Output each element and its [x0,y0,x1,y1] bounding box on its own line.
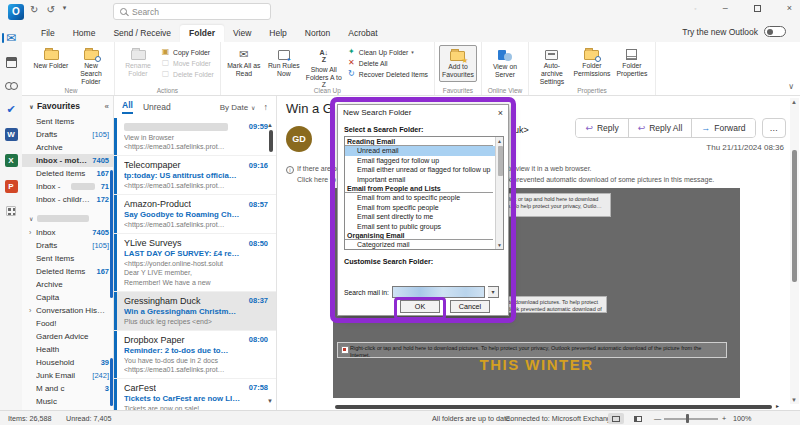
zoom-slider-track[interactable] [664,418,718,420]
folder-item[interactable]: Archive [22,278,113,291]
scroll-down-icon[interactable]: ▼ [267,398,273,404]
nav-people[interactable] [0,81,22,91]
window-extra-icon[interactable]: ◦ [694,5,696,12]
delete-all-button[interactable]: ✕ Delete All [347,59,428,67]
ribbon-tab[interactable]: Help [260,25,295,42]
folder-item[interactable]: Capita [22,291,113,304]
account-header[interactable]: ∨ [22,206,113,226]
ok-button[interactable]: OK [400,300,440,313]
folder-item[interactable]: Sent Items [22,252,113,265]
folder-item[interactable]: Archive [22,141,113,154]
ribbon-tab[interactable]: Send / Receive [104,25,180,42]
search-folder-option[interactable]: Unread email [345,146,503,155]
folder-item[interactable]: M and c 3 [22,382,113,395]
message-list-scrollbar[interactable] [269,130,273,152]
view-on-server-button[interactable]: View on Server [486,45,524,81]
ribbon-tab[interactable]: View [224,25,260,42]
search-folder-option[interactable]: Reading Email [345,137,493,146]
horizontal-scrollbar[interactable] [335,405,772,409]
email-list-item[interactable]: Telecompaper 09:16 tp:today: US antitrus… [114,156,276,195]
sort-by-date[interactable]: By Date ∨ [220,103,256,112]
folder-pane-scrollbar[interactable] [110,170,113,298]
nav-powerpoint[interactable]: P [0,180,22,193]
ribbon-tab[interactable]: Folder [180,25,224,42]
listbox-scrollbar[interactable]: ▲ ▼ [495,137,503,249]
more-actions-button[interactable]: … [762,118,787,138]
reply-all-button[interactable]: ↩ Reply All [629,119,693,137]
email-list-item[interactable]: Amazon-Product 08:57 Say Goodbye to Roam… [114,195,276,234]
nav-excel[interactable]: X [0,154,22,167]
zoom-out-button[interactable]: — [654,414,661,423]
collapse-ribbon-icon[interactable]: ∨ [788,82,794,91]
folder-item[interactable]: Deleted Items 167 [22,265,113,278]
email-list-item[interactable]: YLive Surveys 08:50 LAST DAY OF SURVEY: … [114,234,276,291]
search-mail-in-combobox[interactable] [392,286,485,298]
newest-on-top-icon[interactable]: ↑ [264,102,269,112]
email-list-item[interactable]: Gressingham Duck 08:37 Win a Gressingham… [114,292,276,331]
dialog-close-icon[interactable]: × [498,108,503,118]
search-folder-option[interactable]: Important email [345,175,503,184]
customize-toolbar-icon[interactable]: ▾ [63,4,67,15]
folder-item[interactable]: Inbox - 71 [22,180,113,193]
minimize-folder-pane-icon[interactable]: « [105,102,109,111]
nav-calendar[interactable] [0,57,22,68]
ribbon-tab[interactable]: File [32,25,64,42]
folder-item[interactable]: Inbox - moth… 7405 [22,154,113,167]
folder-item[interactable]: Food! [22,317,113,330]
combobox-dropdown-icon[interactable]: ▾ [488,286,499,298]
ribbon-tab[interactable]: Acrobat [339,25,386,42]
cancel-button[interactable]: Cancel [450,300,490,313]
search-input[interactable]: Search [113,3,271,20]
forward-button[interactable]: → Forward [692,119,754,137]
reading-view-button[interactable] [608,413,624,424]
zoom-level[interactable]: 100% [733,414,751,423]
minimize-button[interactable]: – [723,3,728,13]
folder-item[interactable]: Household 39 [22,356,113,369]
zoom-in-button[interactable]: + [722,414,726,423]
delete-folder-button[interactable]: ▢ Delete Folder [161,70,214,78]
normal-view-button[interactable] [630,413,646,424]
scroll-down-icon[interactable]: ▼ [497,242,502,248]
search-folder-listbox[interactable]: ▲ ▼ Reading Email Unread email Email fla… [344,136,504,250]
tab-unread[interactable]: Unread [143,102,171,112]
folder-item[interactable]: Deleted Items 167 [22,167,113,180]
zoom-slider-thumb[interactable] [686,414,689,423]
folder-item[interactable]: Garden Advice [22,330,113,343]
scroll-up-icon[interactable]: ▲ [791,99,797,105]
search-folder-option[interactable]: Categorized mail [345,240,503,249]
close-button[interactable]: × [787,3,792,13]
run-rules-now-button[interactable]: Run Rules Now [265,45,303,91]
send-receive-icon[interactable]: ↻ [30,4,38,15]
mark-all-as-read-button[interactable]: ✉ Mark All as Read [225,45,263,91]
email-list-item[interactable]: Dropbox Paper 08:00 Reminder: 2 to-dos d… [114,331,276,379]
search-folder-option[interactable]: Email flagged for follow up [345,156,503,165]
search-folder-option[interactable]: Email sent to public groups [345,222,503,231]
clean-up-folder-button[interactable]: ✦ Clean Up Folder ▾ [347,48,428,56]
folder-item[interactable]: Sent Items [22,115,113,128]
recover-deleted-items-button[interactable]: ↻ Recover Deleted Items [347,70,428,78]
reply-button[interactable]: ↩ Reply [576,119,628,137]
folder-item[interactable]: Junk Email [242] [22,369,113,382]
move-folder-button[interactable]: ▢ Move Folder [161,59,214,67]
search-folder-option[interactable]: Organising Email [345,231,493,240]
search-folder-option[interactable]: Email from and to specific people [345,193,503,202]
ribbon-tab[interactable]: Norton [296,25,340,42]
email-list-item[interactable]: 09:59 View in Browser <https://emea01.sa… [114,118,276,156]
nav-mail[interactable]: ✉ [0,32,22,44]
folder-properties-button[interactable]: Folder Properties [613,45,651,87]
search-folder-option[interactable]: Email sent directly to me [345,212,503,221]
folder-item[interactable]: Inbox - children… 172 [22,193,113,206]
folder-permissions-button[interactable]: Folder Permissions [573,45,611,87]
maximize-button[interactable] [754,5,761,12]
scroll-up-icon[interactable]: ▲ [267,122,273,128]
add-to-favourites-button[interactable]: ★ Add to Favourites [439,45,477,82]
new-outlook-toggle[interactable] [764,26,786,37]
nav-word[interactable]: W [0,128,22,141]
nav-todo[interactable]: ✔ [0,104,22,115]
tab-all[interactable]: All [122,100,133,114]
favourites-header[interactable]: ∨ Favourites « [22,96,113,115]
nav-more-apps[interactable] [0,206,22,216]
search-folder-option[interactable]: Email either unread or flagged for follo… [345,165,503,174]
scroll-up-icon[interactable]: ▲ [497,138,502,144]
rename-folder-button[interactable]: Rename Folder [119,45,157,81]
